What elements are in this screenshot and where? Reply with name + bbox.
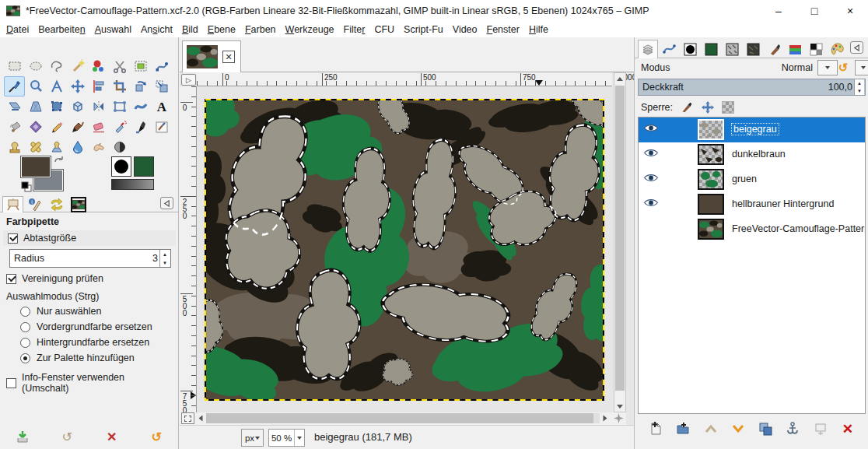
rectangle-select-tool[interactable] — [4, 56, 25, 76]
layer-thumbnail[interactable] — [698, 119, 724, 140]
image-tab-close-icon[interactable]: ✕ — [222, 51, 235, 63]
tab-patterns[interactable] — [701, 40, 721, 58]
tab-pattern-dark[interactable] — [743, 40, 763, 58]
flip-tool[interactable] — [88, 96, 109, 117]
eraser-tool[interactable] — [88, 117, 109, 137]
menu-ansicht[interactable]: Ansicht — [141, 23, 181, 37]
tab-brushes[interactable] — [680, 40, 700, 58]
layer-name[interactable]: dunkelbraun — [732, 149, 786, 160]
vertical-scrollbar[interactable] — [614, 72, 626, 412]
tab-images[interactable] — [68, 196, 89, 212]
save-tool-preset-button[interactable] — [14, 428, 31, 445]
ink-tool[interactable] — [130, 117, 151, 137]
menu-bearbeiten[interactable]: Bearbeiten — [38, 23, 93, 37]
zoom-tool[interactable] — [25, 76, 46, 96]
airbrush-tool[interactable] — [109, 117, 130, 137]
brush-preview[interactable] — [111, 156, 131, 177]
select-by-color-tool[interactable] — [88, 56, 109, 76]
zoom-chevron[interactable] — [294, 430, 304, 446]
mypaint-brush-tool[interactable] — [151, 117, 172, 137]
tab-palettes[interactable] — [806, 40, 826, 58]
layer-row[interactable]: beigegrau — [639, 118, 865, 142]
unit-dropdown[interactable]: px — [241, 429, 264, 447]
menu-bild[interactable]: Bild — [182, 23, 207, 37]
menu-video[interactable]: Video — [453, 23, 486, 37]
opacity-spinner[interactable]: ▲▼ — [854, 79, 864, 95]
pick-mode-option[interactable]: Hintergrundfarbe ersetzen — [0, 335, 179, 350]
tab-paths[interactable] — [659, 40, 679, 58]
menu-filter[interactable]: Filter — [344, 23, 374, 37]
merge-layer-button[interactable] — [811, 419, 830, 438]
quickmask-toggle-button[interactable] — [181, 412, 194, 424]
new-group-button[interactable] — [674, 419, 692, 438]
scroll-right-icon[interactable] — [600, 412, 611, 423]
scissors-select-tool[interactable] — [109, 56, 130, 76]
lock-position-button[interactable] — [701, 100, 715, 114]
opacity-slider[interactable]: Deckkraft 100,0 ▲▼ — [638, 79, 866, 96]
horizontal-scroll-thumb[interactable] — [206, 413, 593, 423]
radio-button[interactable] — [20, 353, 30, 363]
lower-layer-button[interactable] — [729, 419, 747, 438]
scroll-up-icon[interactable] — [614, 73, 625, 84]
layer-row[interactable]: hellbrauner Hintergrund — [639, 192, 865, 217]
layer-visibility-eye-icon[interactable] — [643, 148, 660, 160]
layer-name[interactable]: gruen — [732, 174, 757, 184]
crop-tool[interactable] — [109, 76, 130, 96]
info-window-row[interactable]: Info-Fenster verwenden (Umschalt) — [0, 370, 179, 396]
pattern-preview[interactable] — [134, 156, 154, 177]
tab-layers[interactable] — [638, 40, 658, 58]
image-tab[interactable]: ✕ — [182, 40, 241, 72]
tab-tool-options[interactable] — [2, 196, 23, 212]
pick-mode-option[interactable]: Nur auswählen — [0, 303, 179, 319]
duplicate-layer-button[interactable] — [756, 419, 775, 438]
menu-ebene[interactable]: Ebene — [208, 23, 244, 37]
tab-colors[interactable] — [827, 40, 847, 58]
rotate-tool[interactable] — [130, 76, 151, 96]
menu-fenster[interactable]: Fenster — [487, 23, 528, 37]
tab-tool-presets[interactable] — [764, 40, 784, 58]
layer-thumbnail[interactable] — [698, 194, 724, 215]
camouflage-image[interactable] — [205, 99, 604, 401]
pick-mode-option[interactable]: Zur Palette hinzufügen — [0, 350, 179, 366]
paths-tool[interactable] — [151, 56, 172, 76]
shear-tool[interactable] — [4, 96, 25, 117]
canvas-viewport[interactable] — [197, 86, 612, 412]
menu-cfu[interactable]: CFU — [374, 23, 403, 37]
maximize-button[interactable]: □ — [796, 0, 832, 22]
foreground-color-swatch[interactable] — [21, 156, 51, 177]
horizontal-scrollbar[interactable] — [180, 412, 626, 425]
canvas-menu-button[interactable]: ▷ — [181, 74, 196, 86]
gradient-tool[interactable] — [25, 117, 46, 137]
measure-tool[interactable] — [46, 76, 67, 96]
free-select-tool[interactable] — [46, 56, 67, 76]
scroll-left-icon[interactable] — [195, 412, 206, 423]
alignment-tool[interactable] — [88, 76, 109, 96]
info-window-checkbox[interactable] — [6, 378, 16, 388]
restore-tool-preset-button[interactable]: ↺ — [58, 428, 75, 445]
color-picker-tool[interactable] — [4, 76, 25, 96]
tab-pattern-gray[interactable] — [722, 40, 742, 58]
sample-average-checkbox[interactable] — [8, 233, 18, 244]
layer-name[interactable]: beigegrau — [732, 124, 779, 135]
mode-dropdown-button[interactable] — [817, 60, 838, 75]
layer-visibility-eye-icon[interactable] — [643, 198, 660, 210]
warp-transform-tool[interactable] — [130, 96, 151, 117]
tab-gradients[interactable] — [785, 40, 805, 58]
foreground-select-tool[interactable] — [130, 56, 151, 76]
fuzzy-select-tool[interactable] — [67, 56, 88, 76]
radio-button[interactable] — [20, 322, 30, 332]
layer-row[interactable]: dunkelbraun — [639, 142, 865, 167]
swap-colors-icon[interactable] — [54, 155, 65, 166]
layer-name[interactable]: FreeVector-Camouflage-Pattern.svg — [732, 223, 866, 234]
menu-farben[interactable]: Farben — [245, 23, 285, 37]
transform-3d-tool[interactable] — [67, 96, 88, 117]
text-tool[interactable]: A — [151, 96, 172, 117]
layer-thumbnail[interactable] — [698, 144, 724, 165]
tool-options-menu-button[interactable] — [160, 197, 173, 209]
ellipse-select-tool[interactable] — [25, 56, 46, 76]
layer-thumbnail[interactable] — [698, 169, 724, 190]
delete-layer-button[interactable]: ✕ — [838, 419, 857, 438]
lock-alpha-button[interactable] — [722, 101, 734, 114]
radius-spinbox[interactable]: Radius 3 ▲▼ — [9, 249, 171, 268]
radio-button[interactable] — [20, 338, 30, 348]
